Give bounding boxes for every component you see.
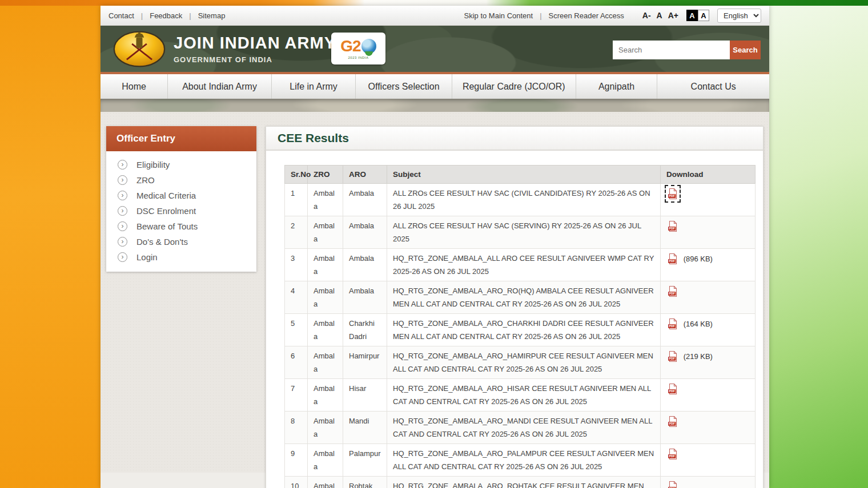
cell-srno: 6 (285, 346, 308, 379)
font-size-button[interactable]: A- (642, 11, 651, 20)
chevron-right-circle-icon: › (118, 237, 127, 247)
cell-zro: Ambala (308, 379, 343, 412)
svg-text:PDF: PDF (669, 454, 675, 458)
cell-zro: Ambala (308, 216, 343, 249)
table-row: 6 Ambala Hamirpur HQ_RTG_ZONE_AMBALA_ARO… (285, 346, 756, 379)
chevron-right-circle-icon: › (118, 221, 127, 231)
sidebar-item[interactable]: › Eligibility (106, 157, 256, 172)
pdf-download-icon[interactable]: PDF (666, 317, 679, 331)
background-green-band (769, 0, 868, 488)
cell-zro: Ambala (308, 346, 343, 379)
nav-item[interactable]: Life in Army (272, 74, 356, 99)
cell-aro: Hamirpur (343, 346, 387, 379)
utility-link[interactable]: Sitemap (198, 11, 226, 20)
cell-subject: HQ_RTG_ZONE_AMBALA_ARO_CHARKHI DADRI CEE… (387, 314, 661, 346)
site-subtitle: GOVERNMENT OF INDIA (174, 55, 336, 64)
file-size-label: (219 KB) (684, 352, 713, 361)
cell-subject: HQ_RTG_ZONE_AMBALA_ARO_HISAR CEE RESULT … (387, 379, 661, 412)
cell-download: PDF (661, 477, 756, 488)
table-header-row: Sr.No ZRO ARO Subject Download (285, 166, 756, 184)
cell-subject: ALL ZROs CEE RESULT HAV SAC (CIVIL CANDI… (387, 184, 661, 216)
pdf-download-icon[interactable]: PDF (666, 382, 679, 396)
cell-srno: 3 (285, 249, 308, 281)
nav-item[interactable]: About Indian Army (168, 74, 272, 99)
search-button[interactable]: Search (730, 41, 761, 59)
sidebar-item[interactable]: › DSC Enrolment (106, 203, 256, 219)
cell-download: PDF (661, 184, 756, 216)
sidebar-item[interactable]: › ZRO (106, 172, 256, 188)
utility-link[interactable]: Skip to Main Content (464, 11, 548, 20)
nav-shadow-strip (101, 99, 769, 112)
panel-header: CEE Results (266, 127, 763, 151)
utility-link[interactable]: Feedback (150, 11, 198, 20)
nav-item[interactable]: Agnipath (576, 74, 658, 99)
cell-aro: Hisar (343, 379, 387, 412)
table-row: 3 Ambala Ambala HQ_RTG_ZONE_AMBALA_ALL A… (285, 249, 756, 281)
tricolor-top-strip (0, 0, 868, 6)
pdf-download-icon[interactable]: PDF (666, 414, 679, 429)
font-size-button[interactable]: A (657, 11, 662, 20)
cell-aro: Ambala (343, 249, 387, 281)
content-area: Officer Entry › Eligibility › ZRO › Medi… (101, 112, 769, 473)
utility-link[interactable]: Contact (108, 11, 150, 20)
pdf-download-icon[interactable]: PDF (666, 284, 679, 299)
search-bar: Search (613, 41, 761, 59)
column-header-zro: ZRO (308, 166, 343, 184)
cell-subject: HQ_RTG_ZONE_AMBALA_ARO_MANDI CEE RESULT … (387, 412, 661, 444)
sidebar-item[interactable]: › Beware of Touts (106, 219, 256, 234)
nav-item[interactable]: Officers Selection (356, 74, 452, 99)
cell-aro: Charkhi Dadri (343, 314, 387, 346)
nav-item[interactable]: Regular Cadre (JCO/OR) (452, 74, 576, 99)
cell-subject: HQ_RTG_ZONE_AMBALA_ARO_ROHTAK CEE RESULT… (387, 477, 661, 488)
language-select[interactable]: English (717, 9, 761, 23)
cell-zro: Ambala (308, 477, 343, 488)
indian-army-logo[interactable] (113, 30, 166, 68)
sidebar-item[interactable]: › Login (106, 249, 256, 265)
font-size-button[interactable]: A+ (668, 11, 678, 20)
file-size-label: (896 KB) (684, 255, 713, 263)
sidebar-header: Officer Entry (106, 126, 256, 151)
cell-subject: HQ_RTG_ZONE_AMBALA_ARO_PALAMPUR CEE RESU… (387, 444, 661, 477)
cell-download: PDF (896 KB) (661, 249, 756, 281)
pdf-download-icon[interactable]: PDF (666, 187, 679, 201)
chevron-right-circle-icon: › (118, 191, 127, 200)
table-row: 9 Ambala Palampur HQ_RTG_ZONE_AMBALA_ARO… (285, 444, 756, 477)
cell-srno: 8 (285, 412, 308, 444)
contrast-toggle: A A (686, 10, 709, 21)
nav-item[interactable]: Home (101, 74, 168, 99)
cell-zro: Ambala (308, 184, 343, 216)
cell-download: PDF (219 KB) (661, 346, 756, 379)
pdf-download-icon[interactable]: PDF (666, 479, 679, 488)
sidebar-list: › Eligibility › ZRO › Medical Criteria ›… (106, 151, 256, 272)
svg-text:PDF: PDF (669, 194, 675, 197)
chevron-right-circle-icon: › (118, 175, 127, 185)
g20-logo: G2 2023 INDIA (331, 33, 385, 64)
sidebar-item[interactable]: › Medical Criteria (106, 188, 256, 203)
svg-text:PDF: PDF (669, 389, 675, 393)
cell-download: PDF (661, 216, 756, 249)
cell-aro: Palampur (343, 444, 387, 477)
nav-item[interactable]: Contact Us (657, 74, 769, 99)
high-contrast-button[interactable]: A (686, 10, 698, 21)
cell-srno: 9 (285, 444, 308, 477)
chevron-right-circle-icon: › (118, 206, 127, 216)
utility-link[interactable]: Screen Reader Access (549, 11, 624, 20)
cell-zro: Ambala (308, 281, 343, 314)
svg-text:PDF: PDF (669, 324, 675, 328)
column-header-srno: Sr.No (285, 166, 308, 184)
sidebar-item[interactable]: › Do's & Don'ts (106, 234, 256, 249)
pdf-download-icon[interactable]: PDF (666, 219, 679, 233)
file-size-label: (164 KB) (684, 320, 713, 328)
pdf-download-icon[interactable]: PDF (666, 447, 679, 461)
cee-results-panel: CEE Results Sr.No ZRO ARO Subject Downlo… (266, 126, 763, 488)
font-size-controls: A-AA+ (642, 11, 678, 20)
pdf-download-icon[interactable]: PDF (666, 252, 679, 266)
search-input[interactable] (613, 41, 730, 59)
column-header-download: Download (661, 166, 756, 184)
column-header-aro: ARO (343, 166, 387, 184)
cell-aro: Ambala (343, 216, 387, 249)
cell-subject: HQ_RTG_ZONE_AMBALA_ARO_HAMIRPUR CEE RESU… (387, 346, 661, 379)
cell-zro: Ambala (308, 249, 343, 281)
normal-contrast-button[interactable]: A (698, 10, 709, 21)
pdf-download-icon[interactable]: PDF (666, 349, 679, 364)
